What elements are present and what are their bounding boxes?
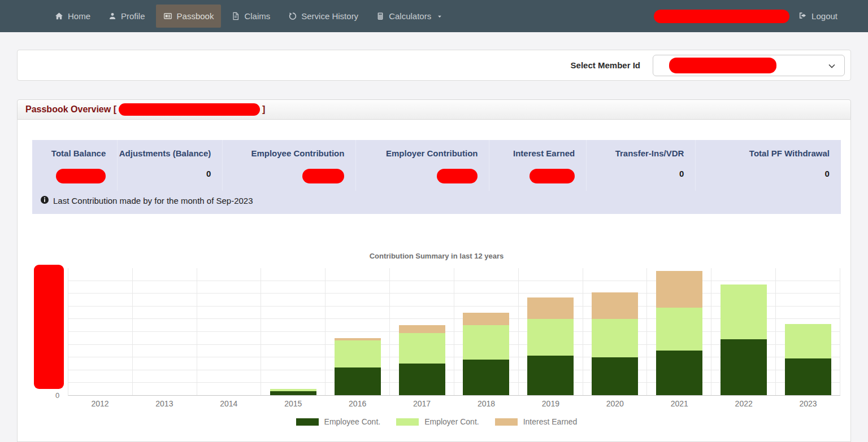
stacked-bar: [721, 268, 767, 395]
chevron-down-icon: [827, 62, 836, 73]
legend-label: Employee Cont.: [324, 417, 381, 426]
stacked-bar: [206, 268, 252, 395]
chart-bar-2023: [776, 268, 840, 395]
stacked-bar: [592, 268, 638, 395]
nav-item-label: Profile: [121, 11, 145, 21]
panel-header: Passbook Overview [ ]: [17, 99, 851, 120]
bar-segment-interest-earned: [463, 313, 509, 326]
chart-bar-2016: [326, 268, 390, 395]
value-redacted: [56, 169, 106, 183]
bar-segment-employee-cont: [721, 339, 767, 395]
nav-menu: Home Profile Passbook Claims Service His…: [47, 5, 450, 28]
info-icon: [40, 195, 49, 206]
chart-bar-2013: [133, 268, 197, 395]
legend-item-interest-earned: Interest Earned: [495, 417, 578, 426]
chart-bar-2014: [197, 268, 262, 395]
bar-segment-employer-cont: [656, 308, 702, 351]
value-redacted: [302, 169, 344, 183]
panel-title-suffix: ]: [262, 104, 265, 115]
logout-icon: [798, 11, 807, 21]
chart-legend: Employee Cont.Employer Cont.Interest Ear…: [32, 417, 841, 426]
nav-item-label: Passbook: [177, 11, 214, 21]
chart-bar-2021: [647, 268, 711, 395]
legend-swatch-employee-cont: [296, 418, 319, 426]
calculator-icon: [376, 12, 384, 20]
chart-title: Contribution Summary in last 12 years: [32, 252, 841, 260]
legend-label: Interest Earned: [523, 417, 578, 426]
summary-value-row: 0 0 0: [32, 163, 841, 191]
x-axis-label: 2012: [68, 399, 132, 408]
contribution-chart: Contribution Summary in last 12 years 0 …: [32, 252, 841, 426]
bar-segment-employee-cont: [399, 364, 445, 395]
bar-segment-employer-cont: [721, 285, 767, 339]
bar-segment-employer-cont: [463, 325, 509, 360]
stacked-bar: [527, 268, 574, 395]
nav-item-calculators[interactable]: Calculators: [369, 5, 450, 28]
chart-bar-2017: [390, 268, 454, 395]
stacked-bar: [77, 268, 123, 395]
value-redacted: [437, 169, 478, 183]
chart-bar-2012: [68, 268, 133, 395]
x-axis-label: 2014: [197, 399, 261, 408]
nav-item-profile[interactable]: Profile: [101, 5, 153, 28]
caret-down-icon: [437, 14, 442, 19]
chart-plot: [68, 268, 840, 396]
summary-value-total-pf-withdrawal: 0: [695, 163, 841, 191]
summary-header-row: Total Balance Adjustments (Balance) Empl…: [32, 140, 841, 163]
bar-segment-employer-cont: [399, 333, 445, 364]
nav-item-passbook[interactable]: Passbook: [156, 5, 222, 28]
summary-col-label: Employer Contribution: [355, 140, 489, 163]
nav-item-home[interactable]: Home: [47, 5, 98, 28]
stacked-bar: [399, 268, 445, 395]
legend-swatch-interest-earned: [495, 418, 518, 426]
member-select-card: Select Member Id: [17, 50, 851, 81]
member-id-title-redacted: [119, 103, 260, 116]
note-text: Last Contribution made by for the month …: [53, 196, 253, 205]
member-select-dropdown[interactable]: [653, 55, 845, 76]
member-id-redacted: [669, 58, 776, 73]
summary-col-label: Transfer-Ins/VDR: [586, 140, 695, 163]
logout-button[interactable]: Logout: [798, 11, 837, 21]
bar-segment-interest-earned: [399, 325, 445, 333]
x-axis-label: 2017: [390, 399, 454, 408]
chart-bar-2015: [261, 268, 326, 395]
file-icon: [232, 12, 240, 20]
bar-segment-employer-cont: [527, 319, 574, 356]
x-axis-label: 2023: [776, 399, 840, 408]
x-axis-label: 2018: [454, 399, 519, 408]
nav-item-service-history[interactable]: Service History: [281, 5, 366, 28]
navbar-right: Logout: [654, 10, 837, 23]
nav-item-label: Claims: [244, 11, 270, 21]
summary-value-employee-contribution: [222, 163, 355, 191]
bar-segment-employer-cont: [335, 340, 381, 367]
nav-item-label: Home: [68, 11, 90, 21]
x-axis-labels: 2012201320142015201620172018201920202021…: [68, 399, 840, 408]
logout-label: Logout: [811, 11, 837, 21]
x-axis-label: 2019: [518, 399, 583, 408]
history-icon: [288, 12, 297, 20]
summary-col-label: Total Balance: [32, 140, 117, 163]
legend-item-employer-cont: Employer Cont.: [396, 417, 479, 426]
stacked-bar: [463, 268, 509, 395]
bar-segment-interest-earned: [656, 271, 702, 308]
summary-table: Total Balance Adjustments (Balance) Empl…: [32, 140, 841, 214]
x-axis-label: 2022: [711, 399, 776, 408]
summary-value-adjustments: 0: [117, 163, 222, 191]
summary-value-transfer-ins: 0: [586, 163, 695, 191]
chart-bar-2019: [519, 268, 583, 395]
value-redacted: [530, 169, 575, 183]
bar-segment-employer-cont: [785, 324, 831, 358]
stacked-bar: [656, 268, 702, 395]
summary-col-label: Adjustments (Balance): [117, 140, 222, 163]
nav-item-label: Service History: [301, 11, 358, 21]
nav-item-claims[interactable]: Claims: [224, 5, 277, 28]
x-axis-label: 2015: [261, 399, 326, 408]
chart-bar-2022: [711, 268, 776, 395]
legend-swatch-employer-cont: [396, 418, 419, 426]
bar-segment-employee-cont: [270, 391, 316, 395]
bar-segment-employer-cont: [592, 319, 638, 357]
username-redacted: [654, 10, 789, 23]
summary-value-interest-earned: [489, 163, 586, 191]
summary-col-label: Employee Contribution: [222, 140, 355, 163]
chart-bar-2020: [583, 268, 648, 395]
